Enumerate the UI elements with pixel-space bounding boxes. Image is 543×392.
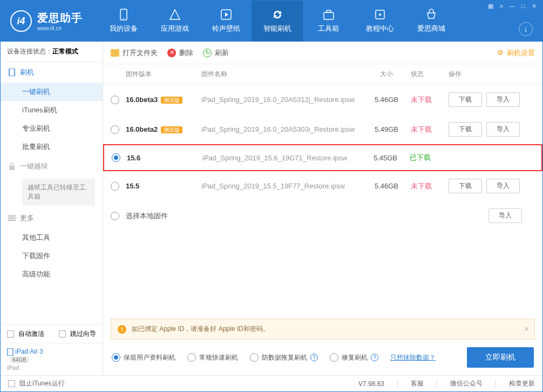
tab-label: 智能刷机 — [263, 24, 291, 33]
erase-only-link[interactable]: 只想抹除数据？ — [390, 353, 436, 362]
radio-icon — [187, 353, 196, 362]
tab-4[interactable]: 工具箱 — [303, 1, 354, 42]
nav-group-flash[interactable]: 刷机 — [1, 62, 103, 83]
row-size: 5.46GB — [362, 96, 411, 104]
flash-now-button[interactable]: 立即刷机 — [467, 347, 534, 368]
row-radio[interactable] — [111, 182, 119, 191]
wechat-link[interactable]: 微信公众号 — [450, 379, 483, 388]
row-op-button[interactable]: 下载 — [449, 122, 482, 137]
refresh-button[interactable]: ↻ 刷新 — [203, 48, 229, 58]
svg-point-1 — [123, 18, 124, 19]
window-minimize-icon[interactable]: — — [507, 2, 518, 10]
nav-item[interactable]: 批量刷机 — [1, 138, 103, 156]
nav-item[interactable]: iTunes刷机 — [1, 101, 103, 119]
opt-anti-recovery[interactable]: 防数据恢复刷机? — [250, 353, 318, 362]
auto-activate-checkbox[interactable] — [7, 330, 14, 337]
firmware-row[interactable]: 16.0beta2测试版iPad_Spring_2019_16.0_20A530… — [103, 114, 542, 144]
tab-3[interactable]: 智能刷机 — [252, 1, 303, 42]
version-text: V7.98.63 — [358, 380, 384, 388]
nav-item[interactable]: 高级功能 — [1, 265, 103, 283]
folder-icon — [111, 49, 119, 57]
window-grid-icon[interactable]: ▦ — [485, 2, 496, 10]
download-indicator-icon[interactable]: ↓ — [519, 22, 533, 36]
row-status: 未下载 — [411, 181, 449, 191]
svg-rect-3 — [324, 12, 334, 19]
main-tabs: 我的设备应用游戏铃声壁纸智能刷机工具箱教程中心爱思商城 — [98, 1, 457, 42]
col-size: 大小 — [362, 70, 411, 79]
row-size: 5.46GB — [362, 182, 411, 190]
row-status: 未下载 — [411, 125, 449, 134]
customer-service-link[interactable]: 客服 — [411, 379, 424, 388]
nav-item[interactable]: 下载固件 — [1, 247, 103, 265]
nav-item[interactable]: 一键刷机 — [1, 83, 103, 101]
window-maximize-icon[interactable]: □ — [518, 2, 528, 10]
delete-button[interactable]: ✕ 删除 — [167, 48, 193, 58]
opt-keep-data[interactable]: 保留用户资料刷机 — [112, 353, 175, 362]
nav-item[interactable]: 其他工具 — [1, 228, 103, 247]
window-controls: ▦ ≡ — □ ✕ — [485, 2, 539, 10]
row-radio[interactable] — [111, 212, 119, 220]
col-version: 固件版本 — [126, 70, 201, 79]
device-icon — [7, 348, 13, 356]
flash-options: 保留用户资料刷机 常规快速刷机 防数据恢复刷机? 修复刷机? 只想抹除数据？ 立… — [103, 340, 542, 375]
row-op-button[interactable]: 下载 — [449, 179, 482, 193]
row-status: 未下载 — [411, 95, 449, 105]
help-icon[interactable]: ? — [371, 354, 378, 361]
row-radio[interactable] — [112, 153, 120, 162]
col-op: 操作 — [449, 70, 535, 79]
app-name: 爱思助手 — [37, 11, 83, 25]
row-op-button[interactable]: 导入 — [486, 92, 520, 107]
tab-0[interactable]: 我的设备 — [98, 1, 149, 42]
device-type: iPad — [7, 364, 96, 371]
block-itunes-checkbox[interactable] — [8, 380, 15, 387]
row-ops: 下载导入 — [449, 92, 535, 107]
beta-badge: 测试版 — [161, 97, 182, 104]
nav-group-more[interactable]: 更多 — [1, 208, 103, 228]
row-version: 16.0beta2测试版 — [126, 125, 201, 134]
window-menu-icon[interactable]: ≡ — [496, 2, 507, 10]
firmware-row[interactable]: 15.5iPad_Spring_2019_15.5_19F77_Restore.… — [103, 171, 542, 201]
import-button[interactable]: 导入 — [488, 208, 522, 223]
row-op-button[interactable]: 下载 — [449, 92, 482, 107]
check-update-link[interactable]: 检查更新 — [509, 379, 535, 388]
svg-point-6 — [379, 13, 381, 16]
nav-item[interactable]: 专业刷机 — [1, 119, 103, 138]
tab-icon — [272, 9, 283, 21]
flash-settings-button[interactable]: ⚙ 刷机设置 — [497, 48, 535, 58]
warning-icon: ! — [118, 325, 126, 334]
row-op-button[interactable]: 导入 — [486, 122, 520, 137]
block-itunes-label: 阻止iTunes运行 — [19, 379, 65, 388]
row-op-button[interactable]: 导入 — [486, 179, 520, 193]
opt-fast[interactable]: 常规快速刷机 — [187, 353, 238, 362]
svg-rect-4 — [327, 10, 331, 12]
device-info[interactable]: iPad Air 3 64GB iPad — [1, 343, 103, 375]
row-radio[interactable] — [111, 96, 119, 104]
tab-icon — [323, 9, 335, 21]
col-name: 固件名称 — [201, 70, 362, 79]
firmware-row[interactable]: 16.0beta3测试版iPad_Spring_2019_16.0_20A531… — [103, 85, 542, 114]
refresh-icon: ↻ — [203, 49, 212, 57]
nav-jailbreak-label: 一键越狱 — [20, 161, 48, 171]
local-firmware-row[interactable]: 选择本地固件导入 — [103, 201, 542, 231]
row-filename: iPad_Spring_2019_16.0_20A5303i_Restore.i… — [201, 125, 362, 133]
warning-close-icon[interactable]: × — [524, 325, 529, 334]
row-size: 5.49GB — [362, 125, 411, 133]
tab-label: 爱思商城 — [417, 24, 445, 33]
open-folder-button[interactable]: 打开文件夹 — [111, 48, 158, 58]
conn-value: 正常模式 — [52, 48, 78, 55]
firmware-row[interactable]: 15.6iPad_Spring_2019_15.6_19G71_Restore.… — [103, 144, 542, 171]
tab-2[interactable]: 铃声壁纸 — [200, 1, 252, 42]
tab-icon — [169, 9, 181, 21]
tab-1[interactable]: 应用游戏 — [149, 1, 200, 42]
opt-repair[interactable]: 修复刷机? — [330, 353, 378, 362]
row-radio[interactable] — [111, 125, 119, 134]
tab-5[interactable]: 教程中心 — [354, 1, 405, 42]
window-close-icon[interactable]: ✕ — [528, 2, 539, 10]
help-icon[interactable]: ? — [310, 354, 318, 361]
auto-activate-label: 自动激活 — [18, 329, 44, 339]
tab-6[interactable]: 爱思商城 — [405, 1, 457, 42]
skip-guide-checkbox[interactable] — [59, 330, 66, 337]
sidebar-nav: 刷机 一键刷机iTunes刷机专业刷机批量刷机 一键越狱 越狱工具已转移至工具箱… — [1, 62, 103, 325]
device-name: iPad Air 3 — [15, 348, 43, 355]
firmware-rows: 16.0beta3测试版iPad_Spring_2019_16.0_20A531… — [103, 85, 542, 231]
